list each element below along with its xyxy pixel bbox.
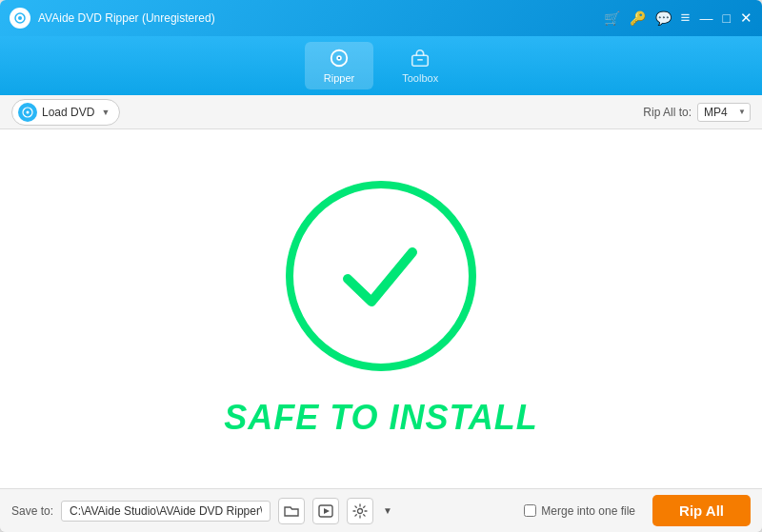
main-toolbar: Ripper Toolbox (0, 36, 762, 95)
load-dvd-dropdown-icon: ▼ (101, 108, 110, 117)
dvd-icon (18, 103, 37, 122)
app-logo (10, 8, 30, 29)
save-path-input[interactable] (61, 501, 271, 522)
title-bar: AVAide DVD Ripper (Unregistered) 🛒 🔑 💬 ≡… (0, 0, 762, 36)
toolbox-label: Toolbox (402, 72, 438, 84)
chat-icon[interactable]: 💬 (655, 10, 672, 26)
rip-all-button[interactable]: Rip All (652, 495, 751, 526)
load-dvd-label: Load DVD (42, 106, 94, 119)
save-to-label: Save to: (11, 504, 53, 518)
cart-icon[interactable]: 🛒 (604, 10, 620, 26)
action-bar: Load DVD ▼ Rip All to: MP4 MKV AVI MOV W… (0, 95, 762, 129)
rip-all-to-label: Rip All to: (643, 106, 692, 119)
svg-rect-5 (412, 55, 429, 66)
folder-browse-button[interactable] (278, 498, 305, 524)
merge-checkbox-wrap: Merge into one file (524, 504, 635, 518)
toolbox-tab[interactable]: Toolbox (383, 42, 457, 89)
minimize-icon[interactable]: — (700, 10, 713, 26)
checkmark-circle (286, 181, 476, 371)
menu-icon[interactable]: ≡ (681, 9, 691, 28)
settings-dropdown-icon: ▼ (383, 505, 392, 516)
bottom-bar: Save to: ▼ Merge into one file Rip All (0, 488, 762, 532)
format-select-wrap: MP4 MKV AVI MOV WMV (697, 103, 751, 122)
format-select[interactable]: MP4 MKV AVI MOV WMV (697, 103, 751, 122)
maximize-icon[interactable]: □ (723, 10, 731, 26)
svg-point-1 (18, 16, 22, 20)
application-window: AVAide DVD Ripper (Unregistered) 🛒 🔑 💬 ≡… (0, 0, 762, 532)
rip-all-to-container: Rip All to: MP4 MKV AVI MOV WMV (643, 103, 751, 122)
load-dvd-button[interactable]: Load DVD ▼ (11, 99, 120, 126)
merge-label[interactable]: Merge into one file (541, 504, 635, 518)
ripper-tab[interactable]: Ripper (305, 42, 373, 89)
svg-point-11 (358, 508, 363, 513)
key-icon[interactable]: 🔑 (630, 10, 646, 26)
preview-button[interactable] (312, 498, 339, 524)
svg-point-4 (338, 57, 340, 59)
safe-to-install-text: SAFE TO INSTALL (224, 398, 538, 438)
close-icon[interactable]: ✕ (740, 10, 752, 27)
svg-point-8 (27, 110, 30, 113)
window-controls: 🛒 🔑 💬 ≡ — □ ✕ (604, 9, 752, 28)
svg-marker-10 (324, 508, 330, 514)
settings-button[interactable] (347, 498, 373, 524)
ripper-label: Ripper (324, 72, 354, 84)
main-content-area: SAFE TO INSTALL (0, 129, 762, 488)
merge-checkbox[interactable] (524, 504, 536, 517)
window-title: AVAide DVD Ripper (Unregistered) (38, 11, 604, 25)
